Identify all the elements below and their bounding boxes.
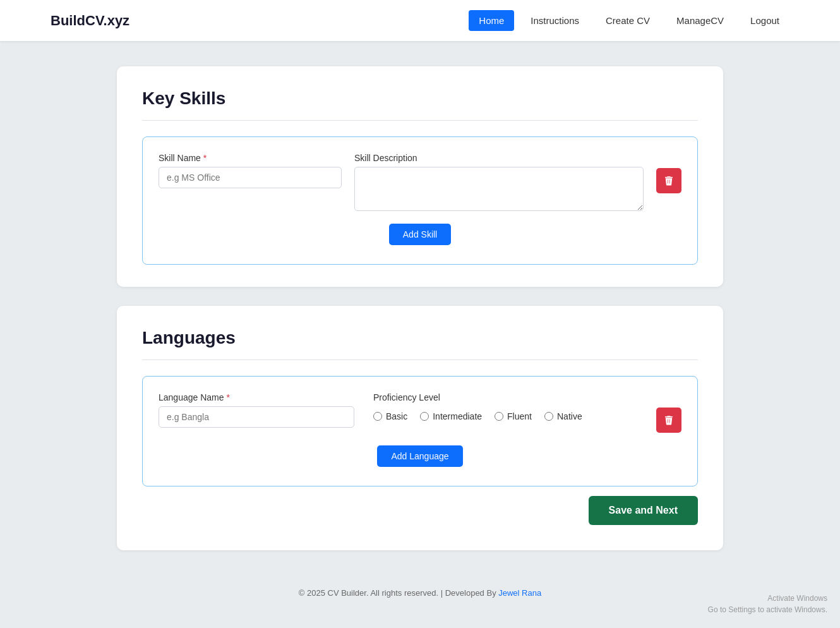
nav-create-cv[interactable]: Create CV bbox=[596, 10, 660, 31]
skill-name-required: * bbox=[203, 153, 207, 163]
skill-form-row: Skill Name * Skill Description bbox=[159, 153, 681, 211]
proficiency-native[interactable]: Native bbox=[544, 411, 582, 421]
languages-divider bbox=[142, 359, 698, 360]
key-skills-title: Key Skills bbox=[142, 88, 698, 109]
language-name-label: Language Name * bbox=[159, 392, 354, 402]
language-form-row: Language Name * Proficiency Level Basic bbox=[159, 392, 681, 433]
add-language-button[interactable]: Add Language bbox=[377, 445, 462, 467]
proficiency-radio-group: Basic Intermediate Fluent Native bbox=[373, 411, 637, 421]
delete-language-button[interactable] bbox=[656, 408, 681, 433]
footer-dev-link[interactable]: Jewel Rana bbox=[498, 588, 541, 598]
main-content: Key Skills Skill Name * Skill Descriptio… bbox=[104, 66, 736, 550]
language-name-group: Language Name * bbox=[159, 392, 354, 428]
navbar: BuildCV.xyz Home Instructions Create CV … bbox=[0, 0, 840, 41]
key-skills-divider bbox=[142, 120, 698, 121]
proficiency-intermediate[interactable]: Intermediate bbox=[420, 411, 482, 421]
skill-desc-label: Skill Description bbox=[354, 153, 644, 163]
save-next-button[interactable]: Save and Next bbox=[589, 496, 698, 525]
proficiency-basic[interactable]: Basic bbox=[373, 411, 407, 421]
footer: © 2025 CV Builder. All rights reserved. … bbox=[0, 576, 840, 610]
trash-icon-lang bbox=[663, 414, 675, 426]
actions-row: Save and Next bbox=[142, 486, 698, 528]
footer-text: © 2025 CV Builder. All rights reserved. … bbox=[13, 588, 827, 598]
radio-basic[interactable] bbox=[373, 412, 382, 421]
radio-fluent[interactable] bbox=[495, 412, 503, 421]
language-form-section: Language Name * Proficiency Level Basic bbox=[142, 376, 698, 486]
languages-card: Languages Language Name * Proficiency Le… bbox=[117, 306, 723, 550]
site-brand[interactable]: BuildCV.xyz bbox=[51, 13, 129, 29]
radio-intermediate[interactable] bbox=[420, 412, 429, 421]
trash-icon bbox=[663, 175, 675, 186]
skill-name-label: Skill Name * bbox=[159, 153, 342, 163]
language-name-input[interactable] bbox=[159, 406, 354, 428]
delete-skill-button[interactable] bbox=[656, 168, 681, 193]
skill-desc-input[interactable] bbox=[354, 167, 644, 211]
nav-logout[interactable]: Logout bbox=[740, 10, 789, 31]
skill-desc-group: Skill Description bbox=[354, 153, 644, 211]
proficiency-group: Proficiency Level Basic Intermediate bbox=[373, 392, 637, 421]
nav-links: Home Instructions Create CV ManageCV Log… bbox=[469, 15, 789, 27]
skill-form-section: Skill Name * Skill Description bbox=[142, 136, 698, 265]
add-skill-button[interactable]: Add Skill bbox=[389, 224, 451, 245]
nav-manage-cv[interactable]: ManageCV bbox=[666, 10, 734, 31]
proficiency-label: Proficiency Level bbox=[373, 392, 637, 402]
nav-instructions[interactable]: Instructions bbox=[520, 10, 589, 31]
nav-home[interactable]: Home bbox=[469, 10, 514, 31]
skill-name-input[interactable] bbox=[159, 167, 342, 188]
radio-native[interactable] bbox=[544, 412, 553, 421]
skill-name-group: Skill Name * bbox=[159, 153, 342, 188]
languages-title: Languages bbox=[142, 328, 698, 348]
proficiency-fluent[interactable]: Fluent bbox=[495, 411, 532, 421]
key-skills-card: Key Skills Skill Name * Skill Descriptio… bbox=[117, 66, 723, 287]
language-name-required: * bbox=[226, 392, 229, 402]
